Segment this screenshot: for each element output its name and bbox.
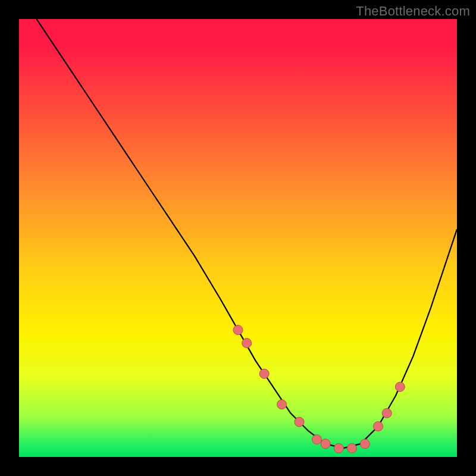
highlight-marker (233, 325, 243, 335)
plot-area (19, 19, 457, 457)
highlight-marker (374, 422, 383, 431)
highlight-marker (395, 382, 405, 392)
highlight-marker (321, 439, 330, 449)
highlight-marker (242, 339, 252, 348)
highlight-marker (347, 443, 356, 453)
curve-layer (19, 19, 457, 457)
highlighted-markers-group (233, 325, 405, 453)
highlight-marker (259, 369, 269, 378)
highlight-marker (277, 400, 287, 409)
chart-container: TheBottleneck.com (0, 0, 476, 476)
highlight-marker (334, 443, 343, 453)
watermark-text: TheBottleneck.com (356, 4, 470, 19)
highlight-marker (382, 408, 392, 418)
highlight-marker (295, 417, 304, 427)
bottleneck-curve-path (36, 19, 457, 448)
highlight-marker (360, 439, 369, 449)
highlight-marker (312, 435, 322, 444)
